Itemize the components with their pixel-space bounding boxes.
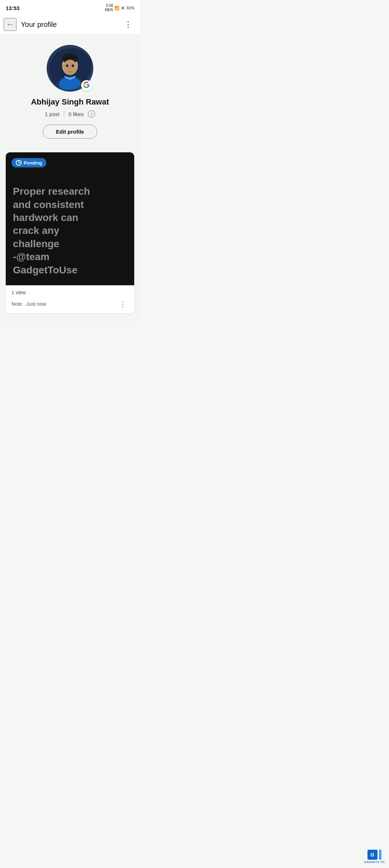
- avatar-wrapper: [47, 45, 93, 92]
- top-bar: ← Your profile ⋮: [0, 14, 140, 35]
- status-time: 13:53: [6, 5, 19, 11]
- back-arrow-icon: ←: [6, 20, 14, 29]
- battery-icon: 31%: [126, 6, 134, 10]
- pending-label: Pending: [24, 160, 42, 166]
- quote-text: Proper research and consistent hardwork …: [13, 185, 90, 277]
- post-quote: Proper research and consistent hardwork …: [13, 185, 90, 277]
- data-speed: 0.58 KB/S: [105, 4, 113, 12]
- google-badge: [81, 80, 92, 91]
- info-icon[interactable]: i: [88, 110, 95, 117]
- google-icon: [83, 82, 90, 90]
- profile-stats: 1 post 0 likes i: [45, 110, 95, 117]
- profile-section: Abhijay Singh Rawat 1 post 0 likes i Edi…: [0, 35, 140, 149]
- wifi-icon: 📶: [114, 6, 119, 10]
- post-more-button[interactable]: ⋮: [117, 299, 128, 309]
- status-bar: 13:53 0.58 KB/S 📶 ✕ 31%: [0, 0, 140, 14]
- signal-x-icon: ✕: [121, 5, 125, 11]
- pending-badge: Pending: [11, 158, 46, 167]
- status-icons: 0.58 KB/S 📶 ✕ 31%: [105, 4, 134, 12]
- post-views: 1 view: [11, 290, 128, 295]
- post-card: Pending Proper research and consistent h…: [6, 152, 134, 313]
- post-footer: Note · Just now ⋮: [11, 299, 128, 309]
- posts-section: Pending Proper research and consistent h…: [0, 149, 140, 320]
- back-button[interactable]: ←: [4, 18, 17, 31]
- stat-divider: [64, 111, 64, 117]
- post-count: 1 post: [45, 111, 60, 117]
- page-title: Your profile: [21, 20, 57, 29]
- post-type-time: Note · Just now: [11, 301, 46, 307]
- likes-count: 0 likes: [69, 111, 84, 117]
- svg-point-6: [66, 65, 68, 67]
- post-meta: 1 view Note · Just now ⋮: [6, 285, 134, 313]
- svg-point-8: [69, 68, 71, 70]
- svg-point-7: [72, 65, 74, 67]
- post-image: Pending Proper research and consistent h…: [6, 152, 134, 285]
- profile-name: Abhijay Singh Rawat: [31, 97, 109, 107]
- header-more-button[interactable]: ⋮: [123, 18, 133, 31]
- edit-profile-button[interactable]: Edit profile: [43, 125, 97, 139]
- clock-icon: [16, 160, 22, 166]
